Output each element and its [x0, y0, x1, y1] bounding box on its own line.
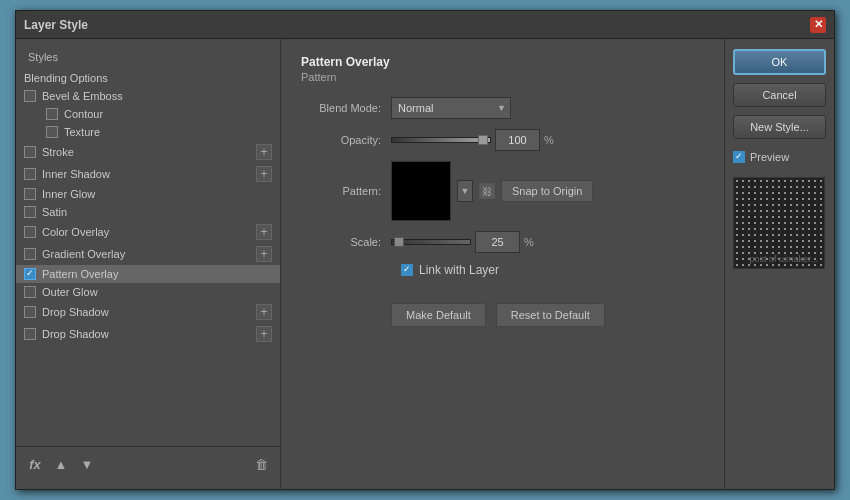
checkbox-drop-shadow-2[interactable]	[24, 328, 36, 340]
label-contour: Contour	[64, 108, 103, 120]
link-layer-checkbox[interactable]	[401, 264, 413, 276]
preview-checkbox[interactable]	[733, 151, 745, 163]
checkbox-bevel-emboss[interactable]	[24, 90, 36, 102]
sidebar-item-inner-shadow[interactable]: Inner Shadow+	[16, 163, 280, 185]
scale-slider-thumb[interactable]	[394, 237, 404, 247]
scale-control: %	[391, 231, 534, 253]
blend-mode-select-wrapper[interactable]: Normal Dissolve Multiply Screen Overlay …	[391, 97, 511, 119]
bottom-bar: fx ▲ ▼ 🗑	[16, 446, 280, 481]
preview-label: Preview	[750, 151, 789, 163]
opacity-input[interactable]	[495, 129, 540, 151]
sidebar-item-outer-glow[interactable]: Outer Glow	[16, 283, 280, 301]
checkbox-contour[interactable]	[46, 108, 58, 120]
plus-btn-gradient-overlay[interactable]: +	[256, 246, 272, 262]
checkbox-drop-shadow-1[interactable]	[24, 306, 36, 318]
opacity-label: Opacity:	[301, 134, 391, 146]
buttons-row: Make Default Reset to Default	[391, 303, 704, 327]
sidebar-item-satin[interactable]: Satin	[16, 203, 280, 221]
title-bar: Layer Style ✕	[16, 11, 834, 39]
right-panel: OK Cancel New Style... Preview post of u…	[724, 39, 834, 489]
checkbox-inner-glow[interactable]	[24, 188, 36, 200]
pattern-label: Pattern:	[301, 185, 391, 197]
sidebar-item-drop-shadow-2[interactable]: Drop Shadow+	[16, 323, 280, 345]
middle-panel: Pattern Overlay Pattern Blend Mode: Norm…	[281, 39, 724, 489]
checkbox-color-overlay[interactable]	[24, 226, 36, 238]
pattern-link-icon[interactable]: ⛓	[479, 183, 495, 199]
checkbox-gradient-overlay[interactable]	[24, 248, 36, 260]
opacity-percent: %	[544, 134, 554, 146]
sidebar-item-contour[interactable]: Contour	[16, 105, 280, 123]
label-blending-options: Blending Options	[24, 72, 108, 84]
sidebar-item-inner-glow[interactable]: Inner Glow	[16, 185, 280, 203]
dialog-body: Styles Blending OptionsBevel & EmbossCon…	[16, 39, 834, 489]
dialog-title: Layer Style	[24, 18, 88, 32]
preview-image: post of uimaker...	[733, 177, 825, 269]
chain-icon: ⛓	[482, 186, 492, 197]
pattern-dropdown-btn[interactable]: ▼	[457, 180, 473, 202]
label-satin: Satin	[42, 206, 67, 218]
checkbox-stroke[interactable]	[24, 146, 36, 158]
opacity-control: %	[391, 129, 554, 151]
label-outer-glow: Outer Glow	[42, 286, 98, 298]
label-drop-shadow-2: Drop Shadow	[42, 328, 109, 340]
label-inner-glow: Inner Glow	[42, 188, 95, 200]
sidebar-item-pattern-overlay[interactable]: Pattern Overlay	[16, 265, 280, 283]
opacity-slider-thumb[interactable]	[478, 135, 488, 145]
cancel-button[interactable]: Cancel	[733, 83, 826, 107]
sidebar-item-color-overlay[interactable]: Color Overlay+	[16, 221, 280, 243]
snap-to-origin-button[interactable]: Snap to Origin	[501, 180, 593, 202]
checkbox-texture[interactable]	[46, 126, 58, 138]
panel-subtitle: Pattern	[301, 71, 704, 83]
close-button[interactable]: ✕	[810, 17, 826, 33]
sidebar-item-blending-options[interactable]: Blending Options	[16, 69, 280, 87]
label-inner-shadow: Inner Shadow	[42, 168, 110, 180]
checkbox-inner-shadow[interactable]	[24, 168, 36, 180]
label-pattern-overlay: Pattern Overlay	[42, 268, 118, 280]
scale-input[interactable]	[475, 231, 520, 253]
blend-mode-control: Normal Dissolve Multiply Screen Overlay …	[391, 97, 511, 119]
plus-btn-color-overlay[interactable]: +	[256, 224, 272, 240]
link-row: Link with Layer	[301, 263, 704, 277]
panel-title: Pattern Overlay	[301, 55, 704, 69]
make-default-button[interactable]: Make Default	[391, 303, 486, 327]
checkbox-outer-glow[interactable]	[24, 286, 36, 298]
label-stroke: Stroke	[42, 146, 74, 158]
label-color-overlay: Color Overlay	[42, 226, 109, 238]
plus-btn-inner-shadow[interactable]: +	[256, 166, 272, 182]
pattern-row: Pattern: ▼ ⛓ Snap to Origin	[301, 161, 704, 221]
checkbox-satin[interactable]	[24, 206, 36, 218]
sidebar-item-drop-shadow-1[interactable]: Drop Shadow+	[16, 301, 280, 323]
blend-mode-row: Blend Mode: Normal Dissolve Multiply Scr…	[301, 97, 704, 119]
scale-slider[interactable]	[391, 239, 471, 245]
preview-row: Preview	[733, 151, 826, 163]
scale-percent: %	[524, 236, 534, 248]
plus-btn-drop-shadow-2[interactable]: +	[256, 326, 272, 342]
blend-mode-label: Blend Mode:	[301, 102, 391, 114]
move-down-button[interactable]: ▼	[76, 453, 98, 475]
label-texture: Texture	[64, 126, 100, 138]
sidebar-item-gradient-overlay[interactable]: Gradient Overlay+	[16, 243, 280, 265]
reset-default-button[interactable]: Reset to Default	[496, 303, 605, 327]
ok-button[interactable]: OK	[733, 49, 826, 75]
new-style-button[interactable]: New Style...	[733, 115, 826, 139]
delete-button[interactable]: 🗑	[250, 453, 272, 475]
label-bevel-emboss: Bevel & Emboss	[42, 90, 123, 102]
checkbox-pattern-overlay[interactable]	[24, 268, 36, 280]
blend-mode-select[interactable]: Normal Dissolve Multiply Screen Overlay	[391, 97, 511, 119]
pattern-dropdown-wrapper[interactable]: ▼	[457, 180, 473, 202]
plus-btn-stroke[interactable]: +	[256, 144, 272, 160]
sidebar-item-bevel-emboss[interactable]: Bevel & Emboss	[16, 87, 280, 105]
move-up-button[interactable]: ▲	[50, 453, 72, 475]
sidebar-item-texture[interactable]: Texture	[16, 123, 280, 141]
scale-label: Scale:	[301, 236, 391, 248]
pattern-swatch[interactable]	[391, 161, 451, 221]
plus-btn-drop-shadow-1[interactable]: +	[256, 304, 272, 320]
layer-style-dialog: Layer Style ✕ Styles Blending OptionsBev…	[15, 10, 835, 490]
link-layer-label: Link with Layer	[419, 263, 499, 277]
styles-header: Styles	[16, 47, 280, 69]
sidebar-item-stroke[interactable]: Stroke+	[16, 141, 280, 163]
fx-button[interactable]: fx	[24, 453, 46, 475]
opacity-slider[interactable]	[391, 137, 491, 143]
left-panel: Styles Blending OptionsBevel & EmbossCon…	[16, 39, 281, 489]
pattern-preview-area: ▼ ⛓ Snap to Origin	[391, 161, 593, 221]
